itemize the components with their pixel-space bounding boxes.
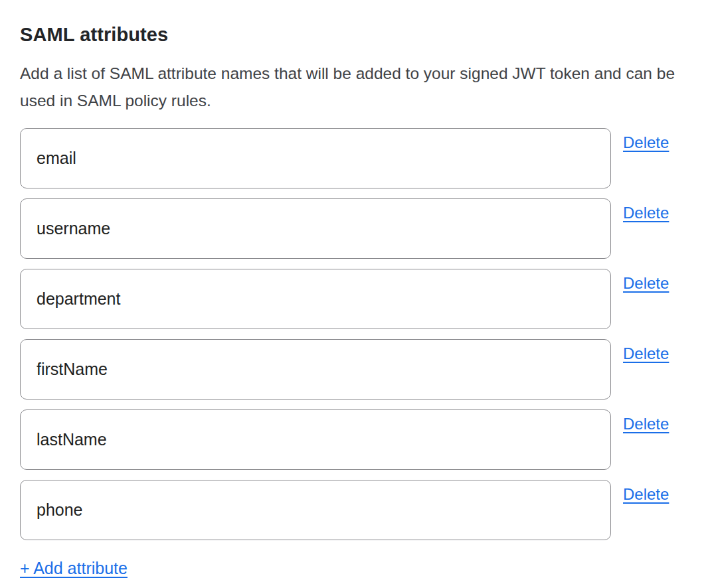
- attribute-row: Delete: [20, 198, 688, 259]
- delete-link[interactable]: Delete: [623, 204, 669, 222]
- attribute-input[interactable]: [20, 339, 611, 400]
- delete-link[interactable]: Delete: [623, 485, 669, 504]
- delete-link[interactable]: Delete: [623, 133, 669, 152]
- delete-link[interactable]: Delete: [623, 274, 669, 293]
- saml-attributes-section: SAML attributes Add a list of SAML attri…: [0, 0, 708, 588]
- section-description: Add a list of SAML attribute names that …: [20, 60, 685, 114]
- page-title: SAML attributes: [20, 24, 688, 45]
- attribute-input[interactable]: [20, 480, 611, 540]
- attribute-input[interactable]: [20, 128, 611, 188]
- attribute-row: Delete: [20, 480, 688, 540]
- add-attribute-link[interactable]: + Add attribute: [20, 558, 128, 578]
- attribute-row: Delete: [20, 339, 688, 400]
- attribute-list: Delete Delete Delete Delete Delete Delet…: [20, 128, 688, 540]
- attribute-input[interactable]: [20, 409, 611, 470]
- delete-link[interactable]: Delete: [623, 415, 669, 433]
- attribute-row: Delete: [20, 409, 688, 470]
- attribute-row: Delete: [20, 269, 688, 329]
- attribute-input[interactable]: [20, 269, 611, 329]
- attribute-row: Delete: [20, 128, 688, 188]
- attribute-input[interactable]: [20, 198, 611, 259]
- delete-link[interactable]: Delete: [623, 344, 669, 363]
